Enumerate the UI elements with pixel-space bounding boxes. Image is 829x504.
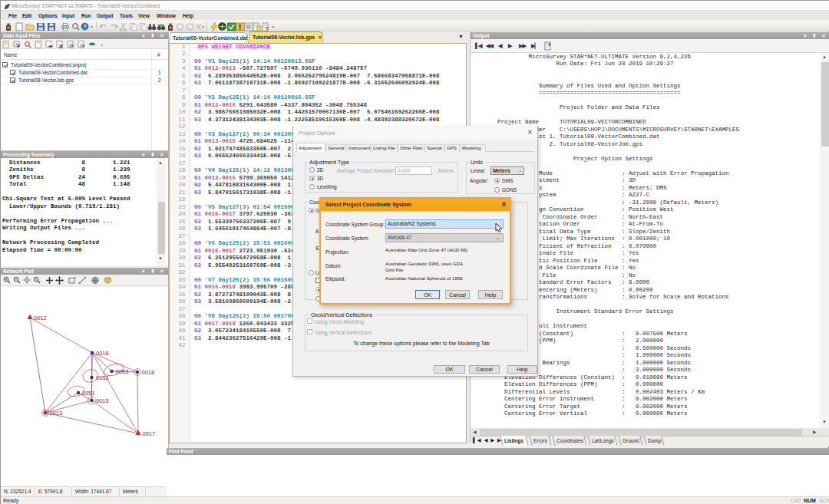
svg-text:0018: 0018 — [142, 369, 155, 376]
svg-text:0053: 0053 — [116, 368, 129, 375]
svg-text:?: ? — [83, 23, 87, 30]
svg-text:0013: 0013 — [50, 410, 63, 417]
svg-text:0051: 0051 — [82, 390, 95, 397]
svg-text:0017: 0017 — [143, 430, 156, 437]
svg-text:0052: 0052 — [96, 374, 109, 381]
svg-text:0016: 0016 — [96, 350, 109, 357]
svg-text:0012: 0012 — [34, 315, 47, 321]
svg-text:0015: 0015 — [96, 397, 109, 404]
